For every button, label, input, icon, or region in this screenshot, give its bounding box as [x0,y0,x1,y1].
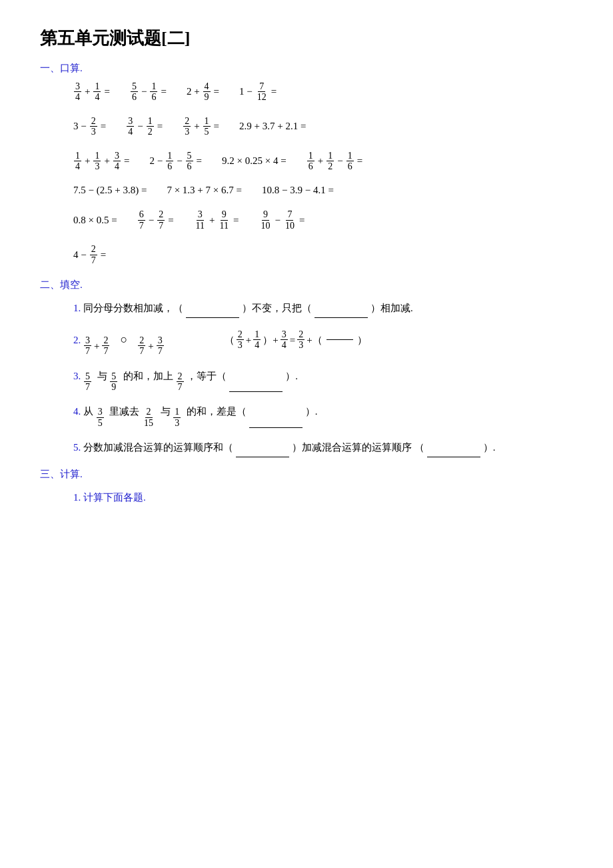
page-title: 第五单元测试题[二] [40,27,573,50]
section-one: 一、口算. 34 + 14 = 56 − 16 = 2 + 49 = 1 − 7… [40,62,573,265]
fill-q2: 2. 37 + 27 ○ 27 + 37 （ 23 + 14 ）+ 34 = 2… [40,327,573,357]
expr-9: 14 + 13 + 34 = [73,151,129,172]
oral-row-5: 0.8 × 0.5 = 67 − 27 = 311 + 911 = 910 − … [40,209,573,231]
expr-16: 0.8 × 0.5 = [73,215,117,226]
expr-3: 2 + 49 = [187,81,219,103]
expr-4: 1 − 712 = [239,81,277,103]
expr-8: 2.9 + 3.7 + 2.1 = [239,121,306,132]
expr-6: 34 − 12 = [126,116,163,137]
expr-19: 910 − 710 = [259,209,305,231]
expr-2: 56 − 16 = [130,81,167,103]
fill-q5: 5. 分数加减混合运算的运算顺序和（）加减混合运算的运算顺序 （）. [40,437,573,457]
section-three-sub: 1. 计算下面各题. [40,487,573,507]
section-three-label: 三、计算. [40,468,573,481]
oral-row-3: 14 + 13 + 34 = 2 − 16 − 56 = 9.2 × 0.25 … [40,151,573,172]
fill-q3: 3. 57 与 59 的和，加上 27 ，等于（）. [40,366,573,393]
expr-11: 9.2 × 0.25 × 4 = [222,155,287,167]
oral-row-4: 7.5 − (2.5 + 3.8) = 7 × 1.3 + 7 × 6.7 = … [40,185,573,196]
expr-10: 2 − 16 − 56 = [149,151,202,172]
expr-14: 7 × 1.3 + 7 × 6.7 = [167,185,242,196]
expr-15: 10.8 − 3.9 − 4.1 = [262,185,334,196]
section-one-label: 一、口算. [40,62,573,75]
expr-18: 311 + 911 = [194,209,239,231]
expr-17: 67 − 27 = [137,209,174,231]
oral-row-6: 4 − 27 = [40,244,573,265]
expr-20: 4 − 27 = [73,244,106,265]
expr-5: 3 − 23 = [73,116,106,137]
fill-q4: 4. 从 35 里减去 215 与 13 的和，差是（）. [40,401,573,428]
section-three: 三、计算. 1. 计算下面各题. [40,468,573,507]
expr-7: 23 + 15 = [183,116,219,137]
oral-row-2: 3 − 23 = 34 − 12 = 23 + 15 = 2.9 + 3.7 +… [40,116,573,137]
section-two: 二、填空. 1. 同分母分数相加减，（）不变，只把（）相加减. 2. 37 + … [40,279,573,457]
expr-12: 16 + 12 − 16 = [306,151,362,172]
section-two-label: 二、填空. [40,279,573,291]
expr-1: 34 + 14 = [73,81,110,103]
expr-13: 7.5 − (2.5 + 3.8) = [73,185,147,196]
fill-q1: 1. 同分母分数相加减，（）不变，只把（）相加减. [40,298,573,318]
oral-row-1: 34 + 14 = 56 − 16 = 2 + 49 = 1 − 712 = [40,81,573,103]
